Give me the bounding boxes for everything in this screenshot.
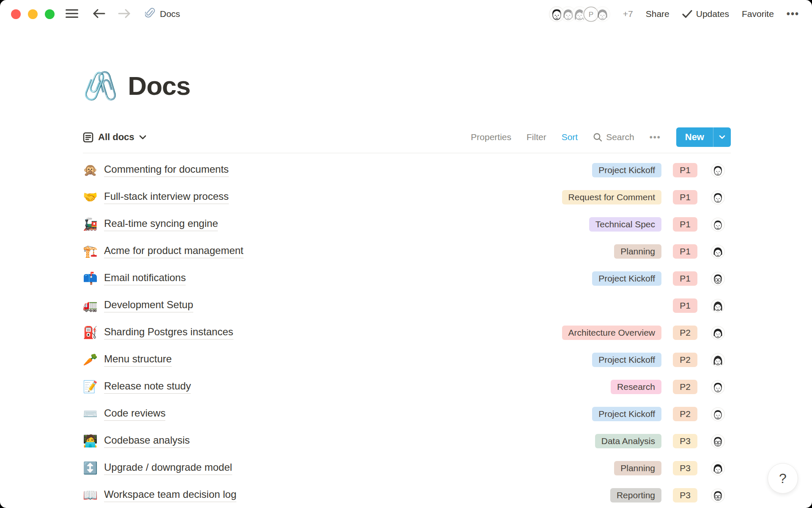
doc-emoji-icon: 🙊 — [83, 164, 99, 176]
doc-row[interactable]: 🤝 Full-stack interview process Request f… — [83, 184, 731, 211]
doc-tag-pill[interactable]: Data Analysis — [595, 434, 661, 448]
share-button[interactable]: Share — [646, 9, 669, 19]
doc-title-link[interactable]: Commenting for documents — [104, 163, 229, 177]
view-toolbar: All docs Properties Filter Sort Search •… — [83, 127, 731, 147]
doc-title-link[interactable]: Release note study — [104, 380, 191, 394]
avatar[interactable] — [711, 218, 725, 232]
view-switcher-label: All docs — [98, 132, 134, 143]
doc-priority-pill[interactable]: P3 — [673, 434, 697, 448]
avatar[interactable] — [711, 245, 725, 259]
sidebar-toggle-button[interactable] — [66, 9, 78, 19]
doc-tag-pill[interactable]: Research — [611, 380, 661, 394]
doc-row[interactable]: 🥕 Menu structure Project Kickoff P2 — [83, 346, 731, 373]
doc-priority-pill[interactable]: P3 — [673, 461, 697, 475]
doc-title-link[interactable]: Workspace team decision log — [104, 489, 236, 502]
breadcrumb[interactable]: Docs — [145, 8, 180, 21]
filter-button[interactable]: Filter — [527, 132, 546, 142]
doc-title-link[interactable]: Development Setup — [104, 299, 193, 312]
doc-priority-pill[interactable]: P1 — [673, 217, 697, 232]
doc-row[interactable]: 📖 Workspace team decision log Reporting … — [83, 482, 731, 508]
doc-priority-pill[interactable]: P1 — [673, 190, 697, 204]
window-close-button[interactable] — [11, 9, 21, 19]
doc-priority-pill[interactable]: P2 — [673, 326, 697, 340]
avatar[interactable] — [711, 190, 725, 204]
doc-row[interactable]: ⛽ Sharding Postgres instances Architectu… — [83, 319, 731, 346]
avatar[interactable] — [711, 326, 725, 340]
doc-row[interactable]: 📫 Email notifications Project Kickoff P1 — [83, 265, 731, 292]
back-button[interactable] — [93, 8, 105, 20]
avatar[interactable] — [711, 407, 725, 421]
priority-column: P2 — [673, 326, 697, 340]
doc-title-link[interactable]: Code reviews — [104, 407, 165, 421]
doc-priority-pill[interactable]: P1 — [673, 244, 697, 259]
doc-title-link[interactable]: Sharding Postgres instances — [104, 326, 233, 340]
hamburger-icon — [66, 9, 78, 19]
search-label: Search — [606, 132, 634, 142]
help-button[interactable]: ? — [768, 463, 798, 494]
page-header: 🖇️ Docs — [83, 64, 731, 107]
avatar[interactable] — [711, 353, 725, 367]
doc-tag-pill[interactable]: Project Kickoff — [592, 163, 661, 177]
toolbar-more-button[interactable]: ••• — [650, 133, 661, 142]
doc-tag-pill[interactable]: Technical Spec — [589, 217, 661, 232]
doc-tag-pill[interactable]: Request for Comment — [562, 190, 661, 204]
search-button[interactable]: Search — [593, 132, 634, 142]
new-dropdown-button[interactable] — [713, 127, 731, 147]
chevron-down-icon — [719, 135, 725, 139]
doc-row[interactable]: 🧑‍💻 Codebase analysis Data Analysis P3 — [83, 428, 731, 455]
doc-tag-pill[interactable]: Reporting — [610, 488, 661, 502]
doc-priority-pill[interactable]: P2 — [673, 407, 697, 421]
doc-priority-pill[interactable]: P1 — [673, 271, 697, 286]
doc-title-link[interactable]: Codebase analysis — [104, 434, 190, 448]
doc-priority-pill[interactable]: P2 — [673, 353, 697, 367]
doc-row[interactable]: 🙊 Commenting for documents Project Kicko… — [83, 157, 731, 184]
doc-priority-pill[interactable]: P3 — [673, 488, 697, 502]
doc-title-link[interactable]: Acme for product management — [104, 245, 244, 258]
doc-priority-pill[interactable]: P1 — [673, 298, 697, 313]
doc-title-link[interactable]: Full-stack interview process — [104, 190, 229, 204]
doc-priority-pill[interactable]: P2 — [673, 380, 697, 394]
doc-row[interactable]: 📝 Release note study Research P2 — [83, 373, 731, 400]
arrow-left-icon — [93, 8, 105, 20]
page-paperclip-emoji-icon[interactable]: 🖇️ — [83, 72, 118, 99]
docs-list-icon — [83, 132, 93, 143]
forward-button[interactable] — [118, 8, 131, 20]
doc-row[interactable]: 🚛 Development Setup P1 — [83, 292, 731, 319]
window-minimize-button[interactable] — [28, 9, 38, 19]
favorite-button[interactable]: Favorite — [742, 9, 774, 19]
avatar[interactable] — [711, 380, 725, 394]
avatar[interactable] — [711, 272, 725, 286]
doc-row[interactable]: ⌨️ Code reviews Project Kickoff P2 — [83, 400, 731, 428]
priority-column: P2 — [673, 353, 697, 367]
presence-avatars[interactable]: P — [549, 6, 610, 22]
doc-title-link[interactable]: Email notifications — [104, 272, 186, 285]
doc-tag-pill[interactable]: Planning — [614, 461, 661, 475]
doc-title-link[interactable]: Menu structure — [104, 353, 172, 367]
doc-tag-pill[interactable]: Project Kickoff — [592, 353, 661, 367]
view-switcher-all-docs[interactable]: All docs — [83, 132, 146, 143]
avatar[interactable] — [711, 434, 725, 448]
window-zoom-button[interactable] — [45, 9, 55, 19]
properties-button[interactable]: Properties — [471, 132, 511, 142]
doc-priority-pill[interactable]: P1 — [673, 163, 697, 177]
sort-button[interactable]: Sort — [562, 132, 578, 142]
avatar[interactable] — [711, 489, 725, 502]
doc-tag-pill[interactable]: Planning — [614, 244, 661, 259]
doc-title-link[interactable]: Upgrade / downgrade model — [104, 461, 232, 475]
doc-list: 🙊 Commenting for documents Project Kicko… — [83, 157, 731, 508]
new-button[interactable]: New — [676, 127, 713, 147]
doc-title-link[interactable]: Real-time syncing engine — [104, 218, 218, 231]
doc-emoji-icon: 📝 — [83, 381, 99, 393]
more-options-button[interactable]: ••• — [787, 8, 799, 20]
doc-row[interactable]: ↕️ Upgrade / downgrade model Planning P3 — [83, 455, 731, 482]
doc-row[interactable]: 🏗️ Acme for product management Planning … — [83, 238, 731, 265]
presence-overflow-count[interactable]: +7 — [623, 9, 633, 19]
avatar[interactable] — [711, 461, 725, 475]
doc-row[interactable]: 🚂 Real-time syncing engine Technical Spe… — [83, 211, 731, 238]
avatar[interactable] — [711, 299, 725, 313]
doc-tag-pill[interactable]: Project Kickoff — [592, 407, 661, 421]
doc-tag-pill[interactable]: Architecture Overview — [562, 326, 661, 340]
updates-button[interactable]: Updates — [682, 9, 729, 19]
avatar[interactable] — [711, 163, 725, 177]
doc-tag-pill[interactable]: Project Kickoff — [592, 271, 661, 286]
